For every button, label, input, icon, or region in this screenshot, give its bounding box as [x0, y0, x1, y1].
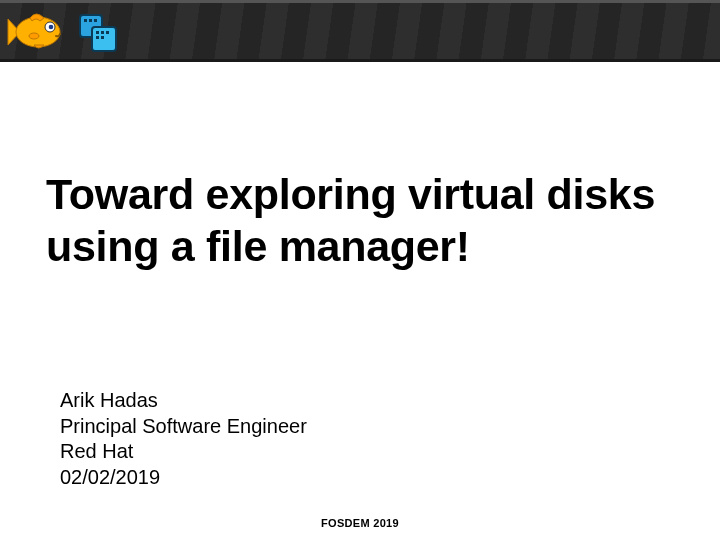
svg-rect-13 — [101, 36, 104, 39]
author-block: Arik Hadas Principal Software Engineer R… — [60, 388, 307, 490]
mu-logo-icon — [74, 9, 120, 55]
fish-logo-icon — [6, 9, 68, 55]
author-company: Red Hat — [60, 439, 307, 465]
svg-rect-6 — [89, 19, 92, 22]
svg-rect-10 — [101, 31, 104, 34]
slide-title: Toward exploring virtual disks using a f… — [46, 168, 686, 273]
svg-rect-7 — [94, 19, 97, 22]
author-name: Arik Hadas — [60, 388, 307, 414]
svg-rect-5 — [84, 19, 87, 22]
logo-group — [6, 1, 120, 63]
header-bar — [0, 0, 720, 62]
svg-point-0 — [16, 17, 60, 47]
svg-point-3 — [49, 25, 54, 30]
svg-rect-11 — [106, 31, 109, 34]
footer-text: FOSDEM 2019 — [0, 517, 720, 529]
author-date: 02/02/2019 — [60, 465, 307, 491]
svg-rect-12 — [96, 36, 99, 39]
author-role: Principal Software Engineer — [60, 414, 307, 440]
svg-point-1 — [29, 33, 39, 39]
svg-rect-9 — [96, 31, 99, 34]
